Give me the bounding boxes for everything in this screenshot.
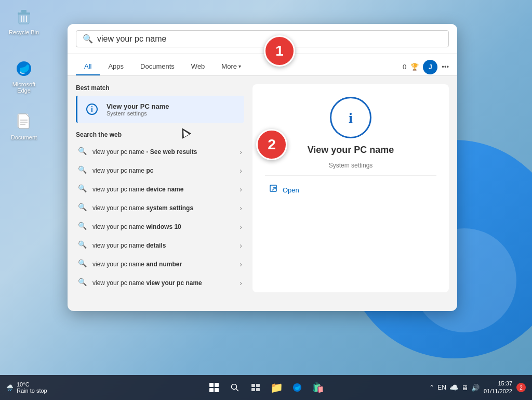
desktop-icon-edge[interactable]: Microsoft Edge bbox=[3, 56, 45, 96]
detail-title: View your PC name bbox=[308, 145, 394, 156]
web-result-4[interactable]: 🔍 view your pc name system settings › bbox=[76, 199, 244, 217]
svg-rect-9 bbox=[20, 122, 28, 123]
tab-more[interactable]: More ▾ bbox=[213, 58, 249, 75]
windows-logo-icon bbox=[209, 383, 219, 392]
tab-web[interactable]: Web bbox=[183, 58, 214, 75]
display-icon[interactable]: 🖥 bbox=[461, 384, 468, 392]
svg-rect-1 bbox=[18, 12, 30, 15]
svg-text:i: i bbox=[91, 105, 93, 113]
web-result-text-3: view your pc name device name bbox=[92, 186, 235, 193]
notification-badge[interactable]: 2 bbox=[516, 383, 526, 392]
recycle-bin-label: Recycle Bin bbox=[9, 29, 39, 35]
system-tray: ⌃ EN ☁️ 🖥 🔊 bbox=[429, 383, 480, 392]
search-panel: 🔍 view your pc name All Apps Documents W… bbox=[68, 24, 457, 311]
web-result-text-4: view your pc name system settings bbox=[92, 204, 235, 212]
taskbar-right: ⌃ EN ☁️ 🖥 🔊 15:37 01/11/2022 2 bbox=[429, 380, 526, 396]
taskbar-search-button[interactable] bbox=[225, 378, 244, 397]
chevron-up-icon[interactable]: ⌃ bbox=[429, 384, 434, 391]
svg-text:i: i bbox=[349, 110, 353, 126]
start-button[interactable] bbox=[205, 378, 223, 397]
cloud-icon[interactable]: ☁️ bbox=[449, 383, 458, 392]
arrow-icon-8: › bbox=[240, 279, 242, 287]
taskbar-store-button[interactable]: 🛍️ bbox=[309, 378, 327, 397]
date-display: 01/11/2022 bbox=[484, 388, 512, 395]
tab-right-actions: 0 🏆 J ••• bbox=[403, 60, 449, 74]
time-area[interactable]: 15:37 01/11/2022 bbox=[484, 380, 512, 396]
search-web-icon-1: 🔍 bbox=[78, 147, 88, 157]
search-web-icon-7: 🔍 bbox=[78, 259, 88, 269]
detail-icon-circle: i bbox=[330, 97, 371, 138]
svg-rect-18 bbox=[251, 384, 255, 387]
detail-divider bbox=[265, 175, 436, 176]
time-display: 15:37 bbox=[484, 380, 512, 388]
svg-rect-8 bbox=[20, 120, 28, 121]
web-result-text-1: view your pc name - See web results bbox=[92, 148, 235, 156]
best-match-subtitle: System settings bbox=[107, 110, 169, 117]
task-view-button[interactable] bbox=[246, 378, 265, 397]
best-match-label: Best match bbox=[76, 84, 244, 92]
tab-apps[interactable]: Apps bbox=[100, 58, 132, 75]
search-input-area: 🔍 view your pc name bbox=[68, 24, 457, 54]
search-web-icon-5: 🔍 bbox=[78, 222, 88, 232]
volume-icon[interactable]: 🔊 bbox=[471, 384, 480, 392]
weather-area[interactable]: 🌧️ 10°C Rain to stop bbox=[6, 381, 47, 394]
web-result-2[interactable]: 🔍 view your pc name pc › bbox=[76, 161, 244, 180]
keyboard-icon: EN bbox=[437, 384, 446, 391]
web-result-text-8: view your pc name view your pc name bbox=[92, 279, 235, 287]
web-result-5[interactable]: 🔍 view your pc name windows 10 › bbox=[76, 217, 244, 236]
svg-rect-19 bbox=[256, 384, 260, 387]
search-web-icon-6: 🔍 bbox=[78, 240, 88, 251]
open-action[interactable]: Open bbox=[265, 182, 436, 198]
web-result-1[interactable]: 🔍 view your pc name - See web results › bbox=[76, 143, 244, 161]
arrow-icon-6: › bbox=[240, 241, 242, 250]
svg-rect-2 bbox=[21, 10, 26, 12]
svg-line-15 bbox=[272, 187, 275, 190]
detail-subtitle: System settings bbox=[329, 162, 373, 169]
web-result-8[interactable]: 🔍 view your pc name view your pc name › bbox=[76, 274, 244, 292]
best-match-item[interactable]: i View your PC name System settings bbox=[76, 96, 244, 123]
svg-rect-20 bbox=[251, 388, 255, 391]
results-right: i View your PC name System settings Open bbox=[252, 84, 449, 292]
arrow-icon-7: › bbox=[240, 260, 242, 268]
svg-rect-21 bbox=[256, 388, 260, 391]
search-web-icon-8: 🔍 bbox=[78, 278, 88, 288]
tab-all[interactable]: All bbox=[76, 58, 100, 75]
web-result-3[interactable]: 🔍 view your pc name device name › bbox=[76, 180, 244, 199]
arrow-icon-2: › bbox=[240, 166, 242, 175]
arrow-icon-5: › bbox=[240, 223, 242, 231]
best-match-text: View your PC name System settings bbox=[107, 102, 169, 117]
more-options-icon[interactable]: ••• bbox=[442, 63, 449, 71]
results-left: Best match i View your PC name System se… bbox=[76, 84, 252, 292]
search-tabs: All Apps Documents Web More ▾ 0 🏆 J ••• bbox=[68, 54, 457, 76]
desktop-icon-recycle-bin[interactable]: Recycle Bin bbox=[3, 4, 45, 37]
edge-icon bbox=[14, 58, 34, 79]
tab-documents[interactable]: Documents bbox=[132, 58, 183, 75]
taskbar-center: 📁 🛍️ bbox=[205, 378, 327, 397]
tab-points-icon: 🏆 bbox=[410, 63, 419, 71]
desktop-icon-document[interactable]: Document bbox=[3, 109, 45, 143]
user-avatar[interactable]: J bbox=[423, 60, 437, 74]
taskbar-edge-button[interactable] bbox=[288, 378, 307, 397]
badge-1: 1 bbox=[264, 35, 295, 67]
recycle-bin-icon bbox=[14, 6, 34, 27]
taskbar: 🌧️ 10°C Rain to stop bbox=[0, 375, 532, 400]
web-result-6[interactable]: 🔍 view your pc name details › bbox=[76, 236, 244, 255]
chevron-down-icon: ▾ bbox=[238, 63, 241, 69]
search-content: Best match i View your PC name System se… bbox=[68, 76, 457, 301]
best-match-title: View your PC name bbox=[107, 102, 169, 110]
arrow-icon-3: › bbox=[240, 185, 242, 193]
search-web-icon-2: 🔍 bbox=[78, 165, 88, 176]
web-result-7[interactable]: 🔍 view your pc name and number › bbox=[76, 255, 244, 274]
search-web-icon-3: 🔍 bbox=[78, 184, 88, 195]
file-explorer-button[interactable]: 📁 bbox=[267, 378, 286, 397]
taskbar-left: 🌧️ 10°C Rain to stop bbox=[6, 381, 51, 394]
web-result-text-6: view your pc name details bbox=[92, 242, 235, 249]
web-result-text-7: view your pc name and number bbox=[92, 261, 235, 268]
edge-label: Microsoft Edge bbox=[5, 81, 43, 94]
tab-count: 0 bbox=[403, 63, 406, 71]
document-icon bbox=[14, 111, 34, 132]
search-magnifier-icon: 🔍 bbox=[83, 34, 93, 44]
open-icon bbox=[269, 184, 278, 196]
best-match-icon: i bbox=[84, 101, 100, 118]
arrow-icon-1: › bbox=[240, 148, 242, 156]
